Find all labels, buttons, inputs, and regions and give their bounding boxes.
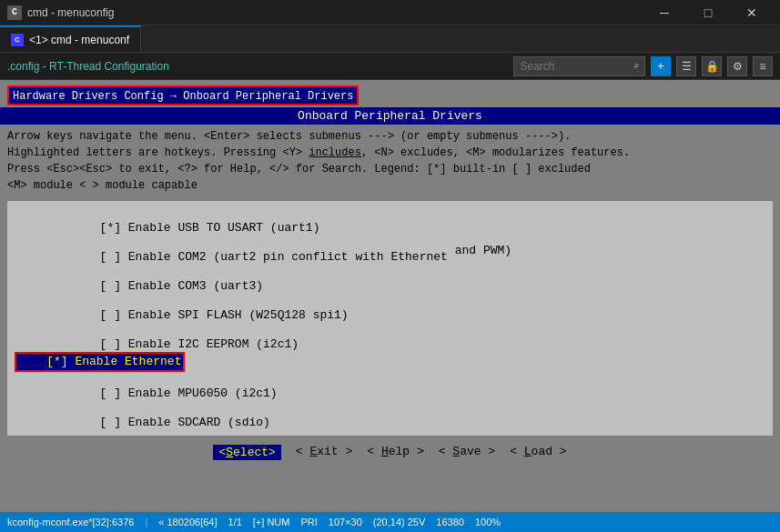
select-shortcut: S [226,446,233,459]
view-toggle-button[interactable]: ☰ [676,56,696,76]
settings-button[interactable]: ⚙ [727,56,747,76]
search-submit-button[interactable]: + [651,56,671,76]
load-button[interactable]: < Load > [510,445,566,460]
window-icon: C [7,5,22,20]
breadcrumb-nav-text: Hardware Drivers Config → Onboard Periph… [9,89,357,104]
status-mem: 16380 [436,517,464,527]
exit-button[interactable]: < Exit > [296,445,352,460]
tab-icon: C [11,34,24,46]
help-button[interactable]: < Help > [367,445,423,460]
maximize-button[interactable]: □ [687,0,729,25]
tab-bar: C <1> cmd - menuconf [0,25,780,53]
save-shortcut: S [452,445,460,458]
breadcrumb-nav: Hardware Drivers Config → Onboard Periph… [7,85,359,105]
tab-label: <1> cmd - menuconf [29,34,129,46]
exit-shortcut: E [309,445,317,458]
menu-items-box: [*] Enable USB TO USART (uart1) [ ] Enab… [7,201,773,436]
tab-cmd-menuconf[interactable]: C <1> cmd - menuconf [0,25,141,52]
close-button[interactable]: ✕ [731,0,773,25]
status-encoding: « 180206[64] [158,517,217,527]
bottom-buttons: <Select> < Exit > < Help > < Save > < Lo… [0,439,780,466]
content-area: Hardware Drivers Config → Onboard Periph… [0,80,780,512]
menu-item-com2[interactable]: [ ] Enable COM2 (uart2 pin conflict with… [15,236,765,265]
menuconfig-title: Onboard Peripheral Drivers [298,109,482,123]
helptext: Arrow keys navigate the menu. <Enter> se… [0,125,780,197]
minimize-button[interactable]: ─ [643,0,685,25]
helptext-line-2: Highlighted letters are hotkeys. Pressin… [7,145,773,161]
menu-item-mpu6050[interactable]: [ ] Enable MPU6050 (i2c1) [15,372,765,401]
maximize-icon: □ [704,5,712,20]
menuconfig-outer: Hardware Drivers Config → Onboard Periph… [0,80,780,466]
search-box: ⌕ [513,56,645,76]
menuconfig-header: Onboard Peripheral Drivers [0,107,780,125]
window-title: cmd - menuconfig [27,6,114,19]
helptext-line-1: Arrow keys navigate the menu. <Enter> se… [7,128,773,145]
search-input[interactable] [520,60,629,73]
status-pri: PRI [300,517,317,527]
minimize-icon: ─ [660,5,669,20]
helptext-line-3: Press <Esc><Esc> to exit, <?> for Help, … [7,161,773,177]
save-button[interactable]: < Save > [439,445,495,460]
lock-button[interactable]: 🔒 [702,56,722,76]
select-button[interactable]: <Select> [213,445,280,460]
status-coords: (20,14) 25V [373,517,425,527]
status-position: 1/1 [228,517,242,527]
breadcrumb-text: .config - RT-Thread Configuration [7,60,508,73]
load-shortcut: L [524,445,532,458]
toolbar-row: .config - RT-Thread Configuration ⌕ + ☰ … [0,53,780,80]
status-numlock: [+] NUM [253,517,290,527]
window-titlebar: C cmd - menuconfig ─ □ ✕ [0,0,780,25]
menu-item-ethernet-wrapper[interactable]: [*] Enable Ethernet [15,352,765,372]
more-button[interactable]: ≡ [753,56,773,76]
menu-item-i2c-eeprom[interactable]: [ ] Enable I2C EEPROM (i2c1) [15,323,765,352]
status-bar: kconfig-mconf.exe*[32]:6376 | « 180206[6… [0,512,780,532]
status-dimensions: 107×30 [329,517,362,527]
help-shortcut: H [381,445,389,458]
close-icon: ✕ [746,5,757,20]
menu-item-usb-usart[interactable]: [*] Enable USB TO USART (uart1) [15,206,765,236]
menu-item-com3[interactable]: [ ] Enable COM3 (uart3) [15,265,765,294]
window-controls: ─ □ ✕ [643,0,773,25]
status-zoom: 100% [475,517,501,527]
breadcrumb-nav-container: Hardware Drivers Config → Onboard Periph… [0,80,780,107]
menu-item-sdcard[interactable]: [ ] Enable SDCARD (sdio) [15,401,765,430]
search-icon: ⌕ [633,60,639,72]
status-file: kconfig-mconf.exe*[32]:6376 [7,517,134,527]
helptext-line-4: <M> module < > module capable [7,177,773,194]
menu-item-ethernet-highlighted[interactable]: [*] Enable Ethernet [15,352,185,372]
menu-item-spi-flash[interactable]: [ ] Enable SPI FLASH (W25Q128 spi1) [15,294,765,323]
